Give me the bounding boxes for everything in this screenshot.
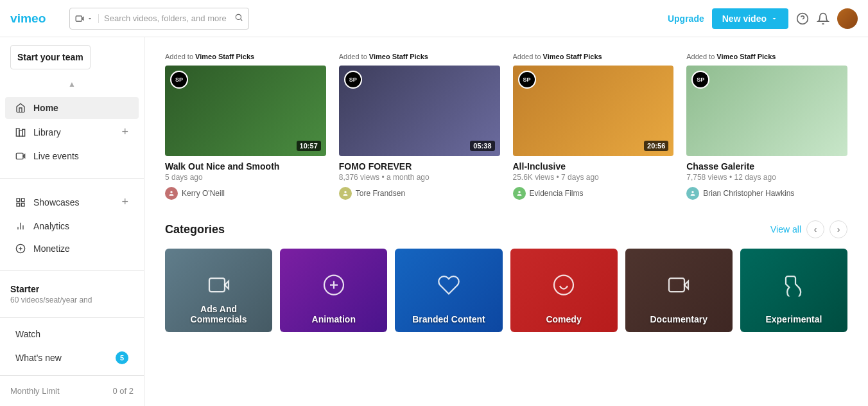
svg-point-24 — [518, 191, 520, 193]
help-button[interactable] — [796, 12, 809, 25]
person-icon — [690, 190, 696, 197]
category-card-documentary[interactable]: Documentary — [625, 249, 733, 332]
analytics-icon — [15, 221, 26, 231]
category-card-branded[interactable]: Branded Content — [395, 249, 502, 332]
app-layout: Start your team ▲ Home Library + — [0, 37, 868, 406]
video-title: Chasse Galerite — [686, 161, 847, 172]
upgrade-button[interactable]: Upgrade — [668, 13, 704, 24]
bell-icon — [817, 12, 829, 25]
monthly-limit-label: Monthly Limit — [10, 386, 60, 396]
sidebar-scroll: Start your team ▲ Home Library + — [0, 37, 144, 396]
person-icon — [342, 190, 349, 197]
svg-rect-12 — [17, 199, 20, 202]
svg-rect-14 — [17, 203, 20, 206]
dropdown-arrow-icon — [87, 15, 93, 22]
category-label-ads: Ads And Commercials — [173, 304, 265, 324]
sidebar-item-library[interactable]: Library + — [5, 119, 139, 145]
showcases-add-button[interactable]: + — [121, 195, 128, 209]
search-submit-button[interactable] — [234, 13, 243, 24]
view-all-link[interactable]: View all — [770, 224, 801, 234]
video-card[interactable]: Added to Vimeo Staff Picks SP 20:56 All-… — [513, 53, 674, 200]
video-meta: 7,758 views • 12 days ago — [686, 173, 847, 182]
sp-badge: SP — [170, 71, 188, 89]
categories-next-button[interactable]: › — [829, 220, 847, 238]
sidebar-showcases-label: Showcases — [33, 197, 80, 207]
sidebar-divider-2 — [0, 270, 144, 271]
vimeo-logo[interactable]: vimeo — [10, 10, 62, 28]
up-arrow-icon: ▲ — [68, 80, 76, 89]
video-title: FOMO FOREVER — [339, 161, 500, 172]
primary-nav: Home Library + Live events — [0, 91, 144, 173]
sidebar-item-analytics[interactable]: Analytics — [5, 215, 139, 237]
svg-point-29 — [554, 276, 573, 295]
sidebar-item-whats-new[interactable]: What's new 5 — [5, 346, 139, 370]
category-icon-documentary — [667, 274, 690, 302]
search-type-button[interactable] — [75, 14, 99, 23]
svg-rect-7 — [16, 128, 19, 136]
search-input[interactable] — [104, 13, 234, 23]
category-label-documentary: Documentary — [633, 314, 725, 324]
sidebar-divider-1 — [0, 178, 144, 179]
category-grid: Ads And Commercials Animation Branded Co… — [165, 249, 847, 332]
library-add-button[interactable]: + — [121, 125, 128, 139]
video-card[interactable]: Added to Vimeo Staff Picks SP 10:57 Walk… — [165, 53, 326, 200]
sidebar-item-live-events[interactable]: Live events — [5, 145, 139, 167]
category-card-animation[interactable]: Animation — [280, 249, 387, 332]
author-avatar — [339, 187, 352, 200]
secondary-nav: Showcases + Analytics Monetize — [0, 184, 144, 265]
sidebar-divider-4 — [0, 375, 144, 376]
collection-name: Vimeo Staff Picks — [195, 53, 254, 60]
svg-rect-10 — [16, 153, 23, 159]
sp-badge: SP — [344, 71, 362, 89]
author-name: Tore Frandsen — [356, 189, 405, 198]
staff-picks-badge: Added to Vimeo Staff Picks — [165, 53, 326, 66]
ads-icon — [207, 274, 230, 297]
category-card-ads[interactable]: Ads And Commercials — [165, 249, 272, 332]
staff-picks-badge: Added to Vimeo Staff Picks — [339, 53, 500, 66]
plan-title: Starter — [10, 284, 134, 294]
comedy-icon — [552, 274, 575, 297]
branded-icon — [437, 274, 460, 297]
library-icon — [15, 127, 26, 137]
staff-picks-badge: Added to Vimeo Staff Picks — [686, 53, 847, 66]
chevron-down-icon — [770, 15, 778, 22]
svg-rect-15 — [21, 203, 24, 206]
animation-icon — [322, 274, 345, 297]
video-card[interactable]: Added to Vimeo Staff Picks SP 05:38 FOMO… — [339, 53, 500, 200]
category-card-comedy[interactable]: Comedy — [510, 249, 618, 332]
video-info: All-Inclusive 25.6K views • 7 days ago E… — [513, 156, 674, 200]
collection-name: Vimeo Staff Picks — [369, 53, 428, 60]
svg-point-23 — [344, 191, 346, 193]
monthly-limit-value: 0 of 2 — [112, 386, 134, 396]
svg-line-4 — [241, 19, 243, 21]
video-meta: 8,376 views • a month ago — [339, 173, 500, 182]
new-video-button[interactable]: New video — [712, 8, 788, 29]
category-label-branded: Branded Content — [403, 314, 494, 324]
avatar[interactable] — [837, 8, 858, 29]
collection-name: Vimeo Staff Picks — [543, 53, 602, 60]
sidebar-item-showcases[interactable]: Showcases + — [5, 190, 139, 215]
sidebar-item-home[interactable]: Home — [5, 97, 139, 119]
category-icon-ads — [207, 274, 230, 302]
author-avatar — [165, 187, 178, 200]
experimental-icon — [782, 274, 805, 297]
video-thumbnail: SP — [686, 66, 847, 156]
search-bar — [69, 8, 249, 30]
header-actions: Upgrade New video — [668, 8, 858, 29]
svg-point-3 — [236, 14, 241, 19]
video-card[interactable]: Added to Vimeo Staff Picks SP Chasse Gal… — [686, 53, 847, 200]
staff-picks-grid: Added to Vimeo Staff Picks SP 10:57 Walk… — [165, 53, 847, 200]
start-team-button[interactable]: Start your team — [10, 45, 91, 69]
category-card-experimental[interactable]: Experimental — [740, 249, 847, 332]
sidebar-item-watch[interactable]: Watch — [5, 323, 139, 345]
svg-point-22 — [170, 191, 172, 193]
live-events-icon — [15, 151, 26, 161]
main-content: Added to Vimeo Staff Picks SP 10:57 Walk… — [144, 37, 868, 406]
sidebar-item-monetize[interactable]: Monetize — [5, 238, 139, 260]
categories-prev-button[interactable]: ‹ — [806, 220, 824, 238]
sidebar-library-label: Library — [33, 127, 61, 137]
video-author: Evidencia Films — [513, 187, 674, 200]
main-header: vimeo Upgrade New video — [0, 0, 868, 37]
documentary-icon — [667, 274, 690, 297]
notifications-button[interactable] — [817, 12, 829, 25]
